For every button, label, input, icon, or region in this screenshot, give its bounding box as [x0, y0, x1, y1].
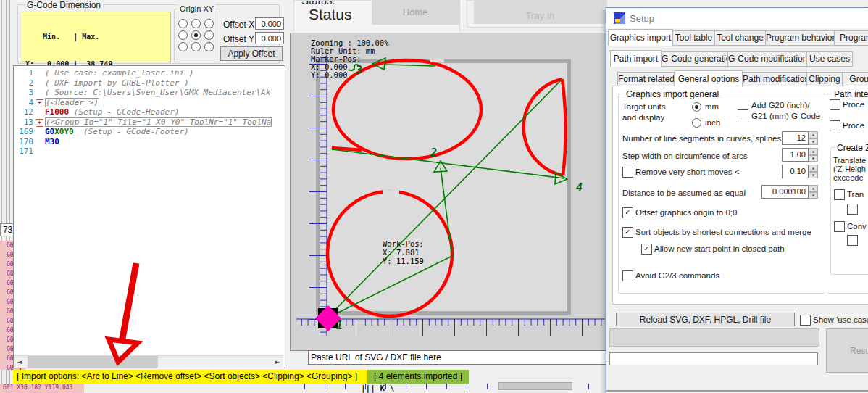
add-g20-label-2: G21 (mm) G-Code: [751, 112, 820, 120]
distance-equal-spinner[interactable]: 0.000100 ▲▼: [761, 185, 818, 199]
scrollbar-thumb[interactable]: [28, 356, 158, 368]
setup-title: Setup: [630, 13, 654, 24]
tab-path-import[interactable]: Path import: [610, 50, 662, 67]
status-value: Status: [309, 6, 352, 23]
checkbox-sort-objects[interactable]: ✓: [622, 227, 633, 238]
spin-down-icon[interactable]: ▼: [809, 155, 818, 162]
origin-radio-center[interactable]: [191, 30, 201, 40]
code-gcommand: G0: [45, 127, 54, 136]
convert-label: Conv: [847, 222, 867, 231]
step-width-spinner[interactable]: 1.00 ▲▼: [782, 148, 818, 162]
tab-program-behavior[interactable]: Program behavior: [766, 30, 835, 46]
offset-y-label: Offset Y: [223, 34, 254, 44]
origin-radio-bottom-right[interactable]: [204, 42, 214, 51]
create-z-title: Create Z: [835, 143, 868, 153]
radio-mm[interactable]: [692, 102, 701, 112]
checkbox-translate-sub[interactable]: [847, 204, 858, 215]
checkbox-allow-new-start[interactable]: ✓: [641, 244, 652, 255]
origin-radio-bottom-left[interactable]: [178, 42, 188, 51]
origin-radio-bottom-center[interactable]: [191, 42, 201, 51]
tray-in-button[interactable]: Tray In: [474, 1, 606, 24]
fold-expand-icon[interactable]: +: [36, 99, 43, 107]
code-line: 12F1000 (Setup - GCode-Header): [14, 107, 284, 117]
dialog-url-input[interactable]: [609, 352, 818, 365]
allow-new-start-label: Allow new start point in closed path: [654, 244, 785, 253]
tab-general-options[interactable]: General options: [675, 70, 743, 87]
distance-equal-value[interactable]: 0.000100: [761, 185, 809, 199]
checkbox-avoid-g23[interactable]: [622, 270, 633, 281]
fold-expand-icon[interactable]: +: [36, 119, 43, 127]
checkbox-translate[interactable]: [834, 189, 845, 200]
spin-up-icon[interactable]: ▲: [809, 185, 818, 192]
origin-radio-top-center[interactable]: [191, 19, 201, 28]
checkbox-process-2[interactable]: [830, 120, 840, 131]
tab-format-related[interactable]: Format related: [617, 72, 675, 87]
checkbox-convert[interactable]: [834, 221, 845, 232]
setup-dialog[interactable]: Setup Graphics import Tool table Tool ch…: [606, 7, 868, 393]
setup-titlebar[interactable]: Setup: [606, 8, 868, 28]
tab-use-cases[interactable]: Use cases: [807, 51, 853, 67]
home-button[interactable]: Home: [372, 0, 459, 25]
radio-inch[interactable]: [692, 118, 701, 128]
tab-path-modifications[interactable]: Path modifications: [743, 72, 807, 87]
spin-up-icon[interactable]: ▲: [809, 148, 818, 155]
remove-short-moves-spinner[interactable]: 0.10 ▲▼: [782, 165, 818, 178]
spin-down-icon[interactable]: ▼: [809, 172, 818, 179]
checkbox-add-g20[interactable]: [738, 109, 748, 120]
scroll-right-icon[interactable]: ►: [272, 356, 283, 368]
radio-inch-label: inch: [705, 118, 720, 127]
origin-radio-mid-left[interactable]: [178, 30, 188, 40]
code-comment: ( Use case: example_laser.ini ): [45, 68, 193, 78]
line-number: 171: [14, 146, 36, 157]
gcode-editor[interactable]: 1( Use case: example_laser.ini ) 2( DXF …: [13, 65, 285, 368]
editor-horizontal-scrollbar[interactable]: ◄ ►: [14, 355, 283, 368]
tab-gcode-generation[interactable]: G-Code generation: [662, 51, 728, 67]
apply-offset-button[interactable]: Apply Offset: [220, 46, 283, 61]
code-line: 169G0X0Y0 (Setup - GCode-Footer): [14, 127, 284, 137]
checkbox-process-1[interactable]: [830, 99, 840, 110]
remove-short-moves-value[interactable]: 0.10: [782, 165, 809, 178]
tab-tool-table[interactable]: Tool table: [673, 30, 715, 46]
work-pos-x: X: 7.881: [383, 248, 420, 257]
checkbox-show-use-case[interactable]: [800, 315, 811, 326]
line-segments-label: Number of line segments in curves, splin…: [622, 134, 781, 143]
tab-grouping[interactable]: Group: [843, 72, 868, 87]
result-button[interactable]: Resu: [826, 328, 868, 373]
code-gcommand: M30: [45, 137, 59, 146]
distance-equal-label: Distance to be assumed as equal: [622, 189, 746, 197]
origin-radio-mid-right[interactable]: [204, 30, 214, 40]
create-z-desc-1: Translate: [833, 156, 866, 165]
code-comment: (Setup - GCode-Footer): [74, 127, 189, 136]
scroll-left-icon[interactable]: ◄: [14, 356, 25, 368]
checkbox-convert-sub[interactable]: [847, 235, 858, 246]
spin-down-icon[interactable]: ▼: [809, 138, 818, 146]
line-segments-value[interactable]: 12: [782, 131, 809, 145]
elements-imported-badge: [ 4 elements imported ]: [367, 370, 469, 384]
marker-pos-y: Y: 0.000: [311, 70, 348, 79]
tray-panel: Tray In: [467, 0, 607, 28]
tab-clipping[interactable]: Clipping: [807, 72, 843, 87]
avoid-g23-label: Avoid G2/3 commands: [635, 271, 719, 280]
offset-x-field[interactable]: 0.000: [255, 17, 284, 30]
step-width-value[interactable]: 1.00: [782, 148, 809, 162]
tab-program-appearance[interactable]: Program a: [835, 30, 868, 46]
checkbox-remove-short-moves[interactable]: [622, 167, 633, 178]
reload-file-button[interactable]: Reload SVG, DXF, HPGL, Drill file: [616, 313, 795, 326]
offset-origin-label: Offset graphics origin to 0;0: [635, 208, 737, 217]
order-label-1: 1: [336, 319, 343, 332]
toolpath-preview-canvas[interactable]: 1 2 3 4 Zooming : 100.00% Ruler Unit: mm…: [290, 33, 609, 351]
offset-y-field[interactable]: 0.000: [255, 32, 284, 44]
dimension-info-box: Min. | Max. X: 0.000 | 38.749 Y: 0.000 |…: [22, 12, 171, 62]
tab-gcode-modification[interactable]: G-Code modification: [728, 51, 807, 67]
origin-radio-top-left[interactable]: [178, 19, 188, 28]
spin-up-icon[interactable]: ▲: [809, 131, 818, 138]
spin-up-icon[interactable]: ▲: [809, 165, 818, 172]
spin-down-icon[interactable]: ▼: [809, 192, 818, 199]
tab-graphics-import[interactable]: Graphics import: [608, 29, 673, 46]
translate-label: Tran: [847, 190, 864, 199]
code-line: 2( DXF import by GRBL-Plotter ): [14, 78, 284, 88]
line-segments-spinner[interactable]: 12 ▲▼: [782, 131, 818, 145]
checkbox-offset-origin[interactable]: ✓: [622, 207, 633, 218]
origin-radio-top-right[interactable]: [204, 19, 214, 28]
tab-tool-change[interactable]: Tool change: [715, 30, 766, 46]
